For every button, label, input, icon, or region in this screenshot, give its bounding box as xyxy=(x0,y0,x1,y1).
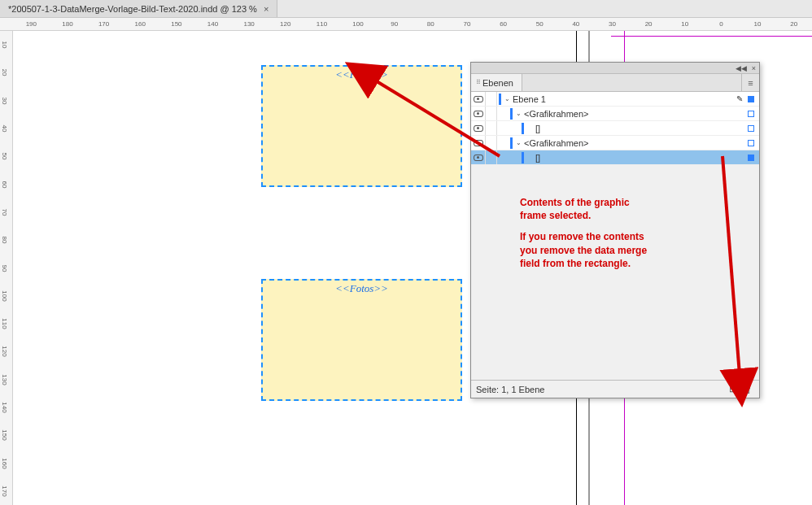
ruler-tick: 110 xyxy=(317,20,327,28)
trash-icon[interactable]: 🗑 xyxy=(740,385,754,394)
panel-body: Contents of the graphic frame selected. … xyxy=(471,165,759,380)
ruler-tick: 170 xyxy=(98,20,109,28)
panel-menu-button[interactable]: ≡ xyxy=(741,74,759,91)
ruler-tick: 130 xyxy=(243,20,254,28)
lock-toggle[interactable] xyxy=(486,150,497,164)
layer-color-chip xyxy=(522,123,524,134)
document-tab[interactable]: *200507-1-3-DataMerge-Vorlage-Bild-Text-… xyxy=(0,0,277,17)
ruler-horizontal[interactable]: 1901801701601501401301201101009080706050… xyxy=(0,18,812,31)
ruler-tick: 70 xyxy=(1,208,8,215)
visibility-toggle[interactable] xyxy=(471,150,486,164)
ruler-tick: 110 xyxy=(1,318,8,329)
panel-tab-label: Ebenen xyxy=(482,78,513,88)
close-icon[interactable]: × xyxy=(752,64,756,72)
collapse-icon[interactable]: ◀◀ xyxy=(736,64,747,72)
layer-label: <Grafikrahmen> xyxy=(524,109,748,119)
panel-status-bar: Seite: 1, 1 Ebene ⊞ 🗑 xyxy=(471,380,759,398)
layer-row[interactable]: [] xyxy=(471,121,759,136)
data-merge-field-label: <<Fotos>> xyxy=(335,282,388,295)
ruler-tick: 100 xyxy=(1,290,8,301)
ruler-tick: 80 xyxy=(427,20,434,28)
ruler-vertical[interactable]: 1020304050607080901001101201301401501601… xyxy=(0,31,13,505)
new-layer-button[interactable]: ⊞ xyxy=(725,384,740,394)
ruler-tick: 30 xyxy=(609,20,616,28)
panel-titlebar[interactable]: ◀◀ × xyxy=(471,63,759,74)
ruler-tick: 170 xyxy=(1,485,8,496)
ruler-tick: 160 xyxy=(135,20,146,28)
graphic-frame[interactable]: <<Fotos>> xyxy=(261,65,462,187)
ruler-tick: 50 xyxy=(536,20,544,28)
data-merge-field-label: <<Fotos>> xyxy=(335,68,388,81)
graphic-frame[interactable]: <<Fotos>> xyxy=(261,279,462,401)
ruler-tick: 0 xyxy=(719,20,723,28)
lock-toggle[interactable] xyxy=(486,136,497,150)
status-text: Seite: 1, 1 Ebene xyxy=(476,385,544,394)
layer-color-chip xyxy=(499,94,501,105)
layer-color-chip xyxy=(522,152,524,163)
ruler-tick: 50 xyxy=(1,153,8,160)
visibility-toggle[interactable] xyxy=(471,136,486,150)
ruler-tick: 10 xyxy=(754,20,762,28)
margin-guide-horizontal xyxy=(611,36,812,37)
ruler-tick: 70 xyxy=(464,20,471,28)
ruler-tick: 130 xyxy=(1,374,8,385)
ruler-tick: 120 xyxy=(1,346,8,357)
tab-ebenen[interactable]: ⠿ Ebenen xyxy=(471,74,522,91)
pen-icon: ✎ xyxy=(736,94,743,103)
selection-square[interactable] xyxy=(748,140,754,146)
layer-row[interactable]: ⌄<Grafikrahmen> xyxy=(471,107,759,121)
ruler-tick: 140 xyxy=(207,20,218,28)
selection-square[interactable] xyxy=(748,96,754,102)
ruler-tick: 90 xyxy=(1,264,8,272)
layer-row[interactable]: ⌄<Grafikrahmen> xyxy=(471,136,759,150)
ruler-tick: 20 xyxy=(790,20,797,28)
selection-square[interactable] xyxy=(748,155,754,161)
ruler-tick: 90 xyxy=(391,20,398,28)
lock-toggle[interactable] xyxy=(486,121,497,135)
ruler-tick: 40 xyxy=(1,125,8,133)
layers-panel[interactable]: ◀◀ × ⠿ Ebenen ≡ ⌄Ebene 1✎⌄<Grafikrahmen>… xyxy=(470,62,760,398)
panel-tabs: ⠿ Ebenen ≡ xyxy=(471,74,759,92)
ruler-tick: 60 xyxy=(1,181,8,188)
ruler-tick: 20 xyxy=(645,20,653,28)
ruler-tick: 180 xyxy=(62,20,72,28)
ruler-tick: 150 xyxy=(171,20,181,28)
annotation-text: Contents of the graphic frame selected. … xyxy=(520,196,647,270)
ruler-tick: 150 xyxy=(1,430,8,441)
eye-icon xyxy=(474,140,483,146)
layer-list: ⌄Ebene 1✎⌄<Grafikrahmen>[]⌄<Grafikrahmen… xyxy=(471,92,759,165)
ruler-tick: 100 xyxy=(352,20,363,28)
visibility-toggle[interactable] xyxy=(471,107,486,120)
layer-label: [] xyxy=(535,153,748,163)
ruler-tick: 30 xyxy=(1,97,8,104)
disclosure-icon[interactable]: ⌄ xyxy=(516,110,522,117)
eye-icon xyxy=(474,96,483,102)
ruler-tick: 60 xyxy=(500,20,507,28)
ruler-tick: 120 xyxy=(280,20,290,28)
layer-color-chip xyxy=(510,108,513,120)
ruler-tick: 40 xyxy=(572,20,579,28)
visibility-toggle[interactable] xyxy=(471,121,486,135)
visibility-toggle[interactable] xyxy=(471,92,486,106)
ruler-tick: 140 xyxy=(1,402,8,412)
ruler-tick: 80 xyxy=(1,237,8,244)
layer-label: <Grafikrahmen> xyxy=(524,138,748,148)
document-tab-title: *200507-1-3-DataMerge-Vorlage-Bild-Text-… xyxy=(8,4,257,14)
selection-square[interactable] xyxy=(748,125,754,132)
eye-icon xyxy=(474,111,483,117)
ruler-tick: 10 xyxy=(681,20,688,28)
ruler-tick: 10 xyxy=(1,41,8,49)
ruler-tick: 160 xyxy=(1,458,8,468)
disclosure-icon[interactable]: ⌄ xyxy=(504,95,511,102)
layer-label: Ebene 1 xyxy=(513,94,736,104)
layer-row[interactable]: [] xyxy=(471,150,759,165)
layer-row[interactable]: ⌄Ebene 1✎ xyxy=(471,92,759,107)
close-icon[interactable]: × xyxy=(264,4,268,14)
layer-label: [] xyxy=(535,124,748,133)
lock-toggle[interactable] xyxy=(486,92,497,106)
selection-square[interactable] xyxy=(748,111,754,117)
eye-icon xyxy=(474,125,483,132)
document-tab-bar: *200507-1-3-DataMerge-Vorlage-Bild-Text-… xyxy=(0,0,812,18)
disclosure-icon[interactable]: ⌄ xyxy=(516,139,522,146)
lock-toggle[interactable] xyxy=(486,107,497,120)
